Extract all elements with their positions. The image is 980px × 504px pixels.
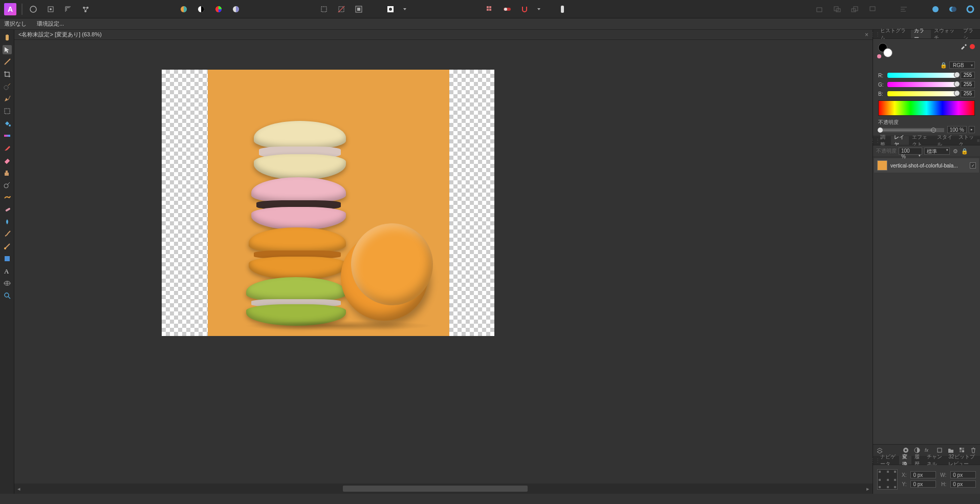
canvas[interactable] (162, 70, 494, 336)
blend-mode-select[interactable]: 標準 (924, 148, 950, 155)
scrollbar-thumb[interactable] (343, 486, 528, 492)
b-value[interactable]: 255 (961, 90, 975, 97)
x-input[interactable]: 0 px (910, 471, 936, 478)
layer-lock-icon[interactable]: 🔒 (961, 148, 968, 155)
addlayer-mask-icon[interactable] (947, 4, 959, 15)
scroll-left-icon[interactable]: ◂ (14, 486, 24, 492)
crop-tool-icon[interactable] (3, 70, 12, 79)
tab-style[interactable]: スタイル (934, 136, 955, 145)
opacity-value[interactable]: 100 % (947, 126, 967, 133)
persona-develop-icon[interactable] (45, 4, 56, 15)
layer-visibility-checkbox[interactable]: ✓ (970, 162, 976, 169)
erase-tool-icon[interactable] (3, 156, 12, 165)
text-tool-icon[interactable]: A (3, 266, 12, 276)
canvas-viewport[interactable] (14, 40, 873, 484)
brush-tool-icon[interactable] (3, 57, 12, 67)
tab-history[interactable]: 履歴 (911, 456, 924, 465)
layer-name[interactable]: vertical-shot-of-colorful-bala... (890, 163, 967, 169)
g-slider[interactable] (887, 82, 957, 87)
addlayer-pixel-icon[interactable] (930, 4, 941, 15)
sponge-tool-icon[interactable] (3, 242, 12, 251)
pen-tool-icon[interactable] (3, 94, 12, 103)
close-tab-icon[interactable]: × (865, 31, 868, 38)
layer-opacity-select[interactable]: 100 % (899, 148, 922, 155)
assistant-icon[interactable] (557, 4, 568, 15)
env-settings-button[interactable]: 環境設定... (37, 20, 64, 28)
spectrum-picker[interactable] (878, 100, 975, 116)
autolevels-icon[interactable] (213, 4, 224, 15)
tab-histogram[interactable]: ヒストグラム (877, 30, 911, 38)
selection-brush-tool-icon[interactable] (3, 82, 12, 91)
quickmask-dropdown-icon[interactable] (402, 4, 407, 15)
horizontal-scrollbar[interactable]: ◂ ▸ (14, 484, 873, 494)
opacity-slider[interactable] (878, 128, 944, 132)
tab-brush[interactable]: ブラシ (960, 30, 980, 38)
layer-thumb (877, 160, 887, 171)
quickmask-icon[interactable] (385, 4, 396, 15)
h-input[interactable]: 0 px (950, 480, 976, 488)
healing-tool-icon[interactable] (3, 205, 12, 214)
blur-tool-icon[interactable] (3, 217, 12, 226)
snap-toggle-icon[interactable] (502, 4, 513, 15)
layer-item[interactable]: vertical-shot-of-colorful-bala... ✓ (874, 158, 979, 173)
g-value[interactable]: 255 (961, 81, 975, 88)
move-tool-icon[interactable] (3, 45, 12, 54)
selection-deselect-icon[interactable] (336, 4, 347, 15)
color-swatches[interactable] (878, 43, 895, 57)
scroll-right-icon[interactable]: ▸ (863, 486, 873, 492)
tab-swatch[interactable]: スウォッチ (931, 30, 960, 38)
tab-adjust[interactable]: 調整 (877, 136, 891, 145)
inpaint-tool-icon[interactable] (3, 193, 12, 202)
document-tab[interactable]: <名称未設定> [変更あり] (63.8%) (18, 31, 102, 38)
tab-navigator[interactable]: ナビゲータ (877, 456, 899, 465)
anchor-picker[interactable] (877, 469, 898, 490)
persona-tone-icon[interactable] (62, 4, 74, 15)
autocolor-icon[interactable] (178, 4, 189, 15)
b-slider[interactable] (887, 91, 957, 96)
selection-rect-icon[interactable] (318, 4, 330, 15)
layer-settings-icon[interactable]: ⚙ (952, 148, 959, 155)
rectangle-tool-icon[interactable] (3, 254, 12, 263)
persona-photo-icon[interactable] (28, 4, 39, 15)
flood-fill-tool-icon[interactable] (3, 119, 12, 128)
front-color-swatch[interactable] (883, 48, 892, 57)
addlayer-adjust-icon[interactable] (965, 4, 976, 15)
r-slider[interactable] (887, 73, 957, 78)
snap-magnet-icon[interactable] (519, 4, 530, 15)
opacity-stepper[interactable]: ▸ (969, 126, 975, 133)
context-toolbar: 選択なし 環境設定... (0, 18, 980, 30)
autocontrast-icon[interactable] (195, 4, 207, 15)
mesh-tool-icon[interactable] (3, 279, 12, 288)
tab-color[interactable]: カラー (911, 30, 931, 38)
persona-export-icon[interactable] (80, 4, 91, 15)
tab-32bit[interactable]: 32ビットプレビュー (945, 456, 980, 465)
app-logo-icon[interactable]: A (4, 3, 16, 15)
w-input[interactable]: 0 px (950, 471, 976, 478)
tab-stock[interactable]: ストック (955, 136, 977, 145)
clone-tool-icon[interactable] (3, 168, 12, 177)
lock-icon[interactable]: 🔒 (940, 62, 947, 69)
tab-effect[interactable]: エフェクト (909, 136, 934, 145)
hand-tool-icon[interactable] (3, 33, 12, 42)
gradient-tool-icon[interactable] (3, 131, 12, 140)
transform-panel: X: 0 px W: 0 px Y: 0 px H: 0 px (873, 465, 980, 494)
tab-layer[interactable]: レイヤ (891, 136, 909, 145)
svg-point-40 (9, 124, 11, 127)
snap-dropdown-icon[interactable] (536, 4, 541, 15)
tab-channel[interactable]: チャンネル (924, 456, 946, 465)
y-input[interactable]: 0 px (910, 480, 936, 488)
color-mode-select[interactable]: RGB (949, 61, 975, 69)
zoom-tool-icon[interactable] (3, 291, 12, 300)
dodge-tool-icon[interactable] (3, 180, 12, 190)
snap-grid-icon[interactable] (484, 4, 495, 15)
selection-invert-icon[interactable] (353, 4, 364, 15)
tab-transform[interactable]: 変換 (899, 456, 911, 465)
autowb-icon[interactable] (230, 4, 242, 15)
smudge-tool-icon[interactable] (3, 229, 12, 239)
paint-brush-tool-icon[interactable] (3, 143, 12, 153)
sample-swatch-icon[interactable] (970, 44, 975, 49)
marquee-tool-icon[interactable] (3, 107, 12, 116)
r-value[interactable]: 255 (961, 72, 975, 79)
panel-menu-icon[interactable]: ≡ (977, 136, 980, 145)
eyedropper-icon[interactable] (960, 43, 967, 50)
